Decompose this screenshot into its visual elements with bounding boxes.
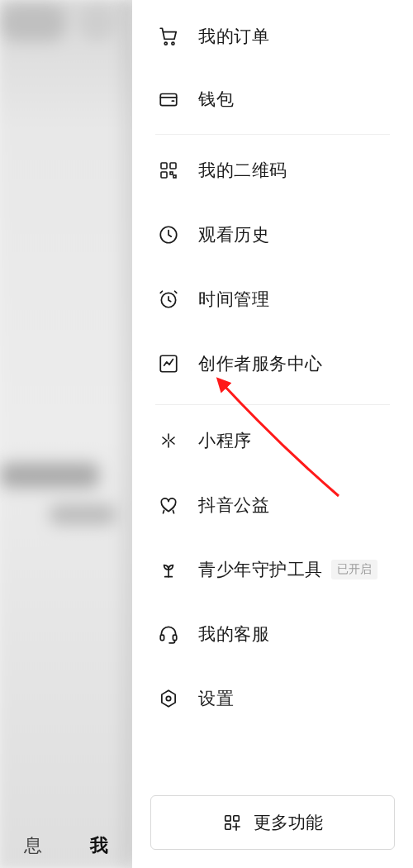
- menu-list: 我的订单 钱包 我的二维码 观看历史 时间管理: [132, 0, 413, 795]
- svg-point-13: [166, 696, 170, 700]
- svg-rect-11: [160, 635, 164, 641]
- headset-icon: [157, 622, 180, 646]
- svg-rect-15: [234, 816, 239, 821]
- menu-item-charity[interactable]: 抖音公益: [132, 473, 413, 537]
- menu-item-orders[interactable]: 我的订单: [132, 5, 413, 68]
- status-badge: 已开启: [331, 560, 377, 579]
- clock-icon: [157, 223, 180, 246]
- svg-rect-2: [160, 94, 177, 106]
- menu-item-settings[interactable]: 设置: [132, 666, 413, 731]
- svg-rect-12: [173, 635, 176, 641]
- menu-item-label: 观看历史: [198, 223, 269, 246]
- sprout-icon: [157, 558, 180, 581]
- svg-rect-14: [225, 816, 230, 821]
- menu-item-creator[interactable]: 创作者服务中心: [132, 331, 413, 396]
- svg-rect-5: [161, 172, 167, 178]
- hex-gear-icon: [157, 687, 180, 710]
- menu-item-history[interactable]: 观看历史: [132, 203, 413, 267]
- cart-icon: [157, 25, 180, 48]
- menu-item-label: 我的二维码: [198, 159, 287, 182]
- sparkle-icon: [157, 429, 180, 452]
- menu-item-label: 创作者服务中心: [198, 352, 323, 375]
- svg-point-1: [172, 42, 174, 45]
- svg-point-0: [164, 42, 167, 45]
- menu-item-label: 我的订单: [198, 25, 269, 48]
- menu-footer: 更多功能: [132, 795, 413, 868]
- more-functions-button[interactable]: 更多功能: [150, 795, 395, 850]
- divider: [155, 134, 390, 135]
- svg-rect-4: [170, 163, 176, 169]
- menu-item-support[interactable]: 我的客服: [132, 602, 413, 666]
- menu-item-label: 青少年守护工具: [198, 558, 323, 581]
- apps-icon: [222, 813, 242, 832]
- alarm-icon: [157, 288, 180, 311]
- more-functions-label: 更多功能: [254, 811, 323, 834]
- tab-me[interactable]: 我: [90, 833, 108, 858]
- menu-item-label: 时间管理: [198, 288, 269, 311]
- menu-item-label: 小程序: [198, 429, 252, 452]
- menu-item-label: 钱包: [198, 88, 234, 111]
- qrcode-icon: [157, 159, 180, 182]
- blurred-backdrop: [0, 0, 132, 868]
- divider: [155, 404, 390, 405]
- menu-item-label: 设置: [198, 687, 234, 710]
- svg-rect-16: [225, 824, 230, 829]
- menu-item-label: 抖音公益: [198, 494, 269, 517]
- heart-hands-icon: [157, 494, 180, 517]
- side-menu-panel: 我的订单 钱包 我的二维码 观看历史 时间管理: [132, 0, 413, 868]
- svg-rect-6: [170, 172, 173, 174]
- menu-item-timemgmt[interactable]: 时间管理: [132, 267, 413, 331]
- menu-item-teen[interactable]: 青少年守护工具 已开启: [132, 537, 413, 602]
- menu-item-qrcode[interactable]: 我的二维码: [132, 138, 413, 203]
- svg-rect-3: [161, 163, 167, 169]
- menu-item-miniprog[interactable]: 小程序: [132, 408, 413, 473]
- wallet-icon: [157, 88, 180, 111]
- tab-messages[interactable]: 息: [24, 833, 42, 858]
- menu-item-wallet[interactable]: 钱包: [132, 68, 413, 131]
- bottom-nav-partial: 息 我: [0, 833, 132, 858]
- chart-icon: [157, 352, 180, 375]
- menu-item-label: 我的客服: [198, 622, 269, 646]
- svg-rect-7: [173, 175, 176, 178]
